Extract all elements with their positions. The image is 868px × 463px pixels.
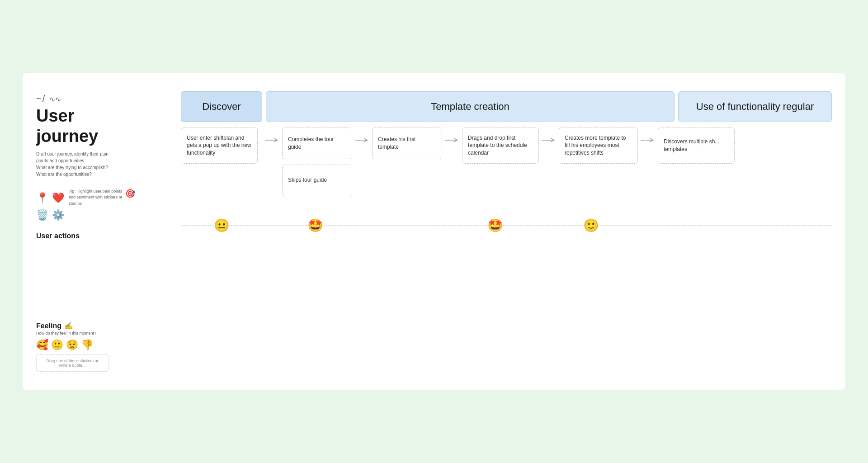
sticker-worried[interactable]: 😟 <box>66 339 78 351</box>
action-enter-shiftplan-col: User enter shiftplan and gets a pop up w… <box>181 128 262 164</box>
sidebar-description: Draft user journey, identify their pain … <box>36 151 172 178</box>
feeling-discover-emoji-col: 😐 <box>181 218 262 233</box>
feeling-tour-emoji-col: 🤩 <box>280 218 350 233</box>
arrow-2-svg <box>355 137 369 144</box>
branch-container: Completes the tour guide Skips tour guid… <box>282 128 352 196</box>
action-tour-col: Completes the tour guide Skips tour guid… <box>282 128 352 196</box>
sticker-smile[interactable]: 🙂 <box>51 339 63 351</box>
phase-use-functionality-title: Use of functionality regular <box>696 101 814 113</box>
feeling-title: Feeling ✍️ <box>36 321 172 330</box>
action-creates-more: Creates more template to fill his employ… <box>559 128 638 164</box>
main-canvas: ~/ ∿∿ User journey Draft user journey, i… <box>23 73 845 390</box>
feeling-emoji-discover: 😐 <box>214 218 230 233</box>
action-completes-tour-text: Completes the tour guide <box>288 136 346 151</box>
tip-icons: 📍 ❤️ <box>36 192 64 204</box>
action-enter-shiftplan-text: User enter shiftplan and gets a pop up w… <box>187 135 251 156</box>
gear-icon: ⚙️ <box>52 209 64 221</box>
target-icon: 🎯 <box>125 189 135 198</box>
tip-box: 📍 ❤️ Tip: Highlight user pain points and… <box>36 189 172 207</box>
action-drags-col: Drags and drop first template to the sch… <box>462 128 539 164</box>
action-completes-tour: Completes the tour guide <box>282 128 352 159</box>
feeling-creates-emoji-col: 🙂 <box>552 218 631 233</box>
action-enter-shiftplan: User enter shiftplan and gets a pop up w… <box>181 128 258 164</box>
page-title: User journey <box>36 106 172 147</box>
action-skips-tour: Skips tour guide <box>282 165 352 196</box>
feeling-drags-emoji-col: 🤩 <box>457 218 533 233</box>
action-skips-tour-text: Skips tour guide <box>288 176 327 184</box>
feeling-section: Feeling ✍️ How do they feel in this mome… <box>36 321 172 372</box>
location-icon: 📍 <box>36 192 48 204</box>
action-creates-template-text: Creates his first template <box>378 136 436 151</box>
phase-template-creation-title: Template creation <box>431 101 509 113</box>
heart-icon: ❤️ <box>52 192 64 204</box>
arrow-3-svg <box>445 137 459 144</box>
feeling-emoji-tour: 🤩 <box>307 218 323 233</box>
action-creates-template-col: Creates his first template <box>372 128 442 159</box>
phase-discover-title: Discover <box>202 101 241 113</box>
arrow-2 <box>352 137 372 144</box>
feeling-emoji-creates: 🙂 <box>583 218 599 233</box>
action-drags-drop-text: Drags and drop first template to the sch… <box>468 134 533 157</box>
action-creates-template: Creates his first template <box>372 128 442 159</box>
action-drags-drop: Drags and drop first template to the sch… <box>462 128 539 164</box>
user-actions-section: User actions <box>36 232 172 240</box>
action-creates-more-col: Creates more template to fill his employ… <box>559 128 638 164</box>
feeling-emoji-drags: 🤩 <box>487 218 503 233</box>
feeling-stickers: 🥰 🙂 😟 👎 <box>36 339 172 351</box>
action-discovers-text: Discovers multiple sh... templates <box>664 138 729 153</box>
arrow-1 <box>262 137 282 144</box>
phases-row: Discover Template creation Use of functi… <box>181 91 832 122</box>
arrow-5 <box>638 137 658 144</box>
trash-icon: 🗑️ <box>36 209 48 221</box>
feeling-drag-box[interactable]: Drag one of these stickers or write a qu… <box>36 354 108 372</box>
action-creates-more-text: Creates more template to fill his employ… <box>565 134 632 157</box>
phase-use-functionality: Use of functionality regular <box>678 91 832 122</box>
arrow-4-svg <box>542 137 556 144</box>
title-area: ~/ ∿∿ User journey Draft user journey, i… <box>36 91 172 178</box>
sidebar: ~/ ∿∿ User journey Draft user journey, i… <box>36 91 181 372</box>
sticker-thumbsdown[interactable]: 👎 <box>81 339 93 351</box>
user-actions-label: User actions <box>36 232 172 240</box>
action-discovers-col: Discovers multiple sh... templates <box>658 128 735 164</box>
decorative-icon: ~/ ∿∿ <box>36 91 172 104</box>
tip-text: Tip: Highlight user pain points and sent… <box>69 189 123 207</box>
feeling-subtitle: How do they feel in this moment? <box>36 331 172 335</box>
arrow-1-svg <box>265 137 279 144</box>
arrow-5-svg <box>641 137 655 144</box>
feeling-icon: ✍️ <box>64 321 73 330</box>
feeling-row: 😐 🤩 🤩 <box>181 218 832 233</box>
arrow-3 <box>442 137 462 144</box>
action-discovers: Discovers multiple sh... templates <box>658 128 735 164</box>
sticker-love[interactable]: 🥰 <box>36 339 48 351</box>
arrow-4 <box>539 137 559 144</box>
phase-discover: Discover <box>181 91 262 122</box>
main-content: Discover Template creation Use of functi… <box>181 91 832 233</box>
actions-flow: User enter shiftplan and gets a pop up w… <box>181 128 832 196</box>
tool-icons: 🗑️ ⚙️ <box>36 209 172 221</box>
phase-template-creation: Template creation <box>266 91 675 122</box>
